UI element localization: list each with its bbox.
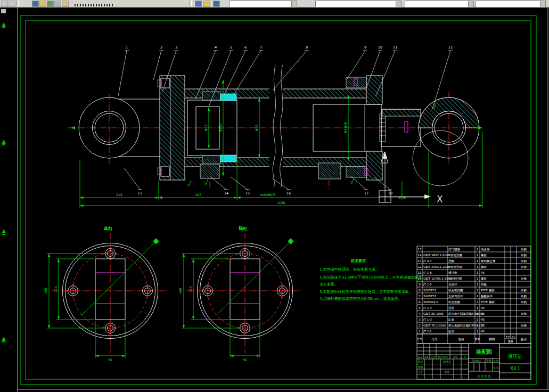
callout-number: 10 (378, 45, 382, 50)
chevron-down-icon[interactable] (291, 1, 297, 7)
callout-number: 7 (260, 45, 262, 50)
linetype-combo[interactable] (405, 1, 474, 7)
osnap-icon[interactable] (213, 1, 220, 7)
dim-text: 140 (44, 288, 47, 294)
tech-req-title: 技术要求 (350, 258, 366, 263)
flange-view-b (178, 233, 304, 362)
star-icon[interactable] (203, 1, 210, 7)
cylinder-assembly-view: Φ63 Φ110 Φ90 Φ45H8 (68, 45, 482, 208)
dim-text: Φ45H8/f7 (260, 193, 276, 197)
svg-text:年、月、日: 年、月、日 (460, 356, 470, 358)
callout-number: 9 (364, 45, 366, 50)
bom-cell: PTFE 橡胶 (481, 300, 495, 304)
bom-cell: 6 (419, 300, 421, 304)
dim-text: Φ63 (204, 125, 208, 132)
bom-cell: 1 (477, 330, 479, 333)
svg-text:签名: 签名 (454, 356, 458, 358)
bom-cell: 7 (419, 295, 421, 298)
svg-text:工艺: 工艺 (418, 370, 423, 373)
bom-cell: 四氟 (481, 283, 487, 287)
bom-cell: 活塞 (448, 306, 455, 310)
bom-cell: GB/T 3452.1-2005 (423, 265, 450, 268)
dim-text: 1030 (277, 201, 285, 205)
bom-cell: JT 1-1 (423, 330, 432, 333)
chevron-down-icon[interactable] (468, 1, 473, 7)
toolbar-separator (190, 1, 192, 6)
svg-text:分区: 分区 (431, 356, 435, 358)
bom-cell: 1 (477, 306, 479, 309)
bom-cell: 2005D4-2 (423, 300, 438, 304)
bom-cell: 支承导向环 (448, 295, 463, 298)
weld-leader (81, 241, 156, 316)
bom-header-code: 代号 (431, 337, 438, 341)
lineweight-combo[interactable] (476, 1, 546, 7)
bom-cell: JT 1-3 (423, 318, 432, 322)
doc-icon[interactable] (9, 1, 15, 7)
app-icon[interactable] (1, 1, 8, 7)
tech-req-line: 3.装配密封件时不许划伤密封唇口，且不得有卡阻现象。 (319, 290, 413, 294)
dim-text: Φ45H8 (343, 122, 347, 133)
annotate-icon[interactable] (32, 1, 39, 7)
bom-cell: 45 (481, 271, 485, 274)
bom-cell: 9 (419, 283, 421, 286)
callout-number: 2 (160, 45, 162, 50)
callout-number: 1 (126, 45, 128, 50)
block-icon[interactable] (54, 1, 61, 7)
callout-number: 15 (245, 191, 250, 195)
callout-number: 5 (230, 45, 232, 50)
svg-text:审核: 审核 (418, 365, 423, 369)
callout-number: 8 (306, 45, 308, 50)
tech-req-line: 永久变形。 (319, 282, 338, 287)
svg-text:阶段标记: 阶段标记 (472, 359, 482, 363)
bom-header-unit: 单件 (506, 336, 510, 338)
bom-cell: 1 (477, 248, 479, 251)
bom-header-total: 总计 (511, 336, 516, 338)
bom-cell: 1 (477, 271, 479, 274)
bom-cell: 15 (418, 248, 422, 251)
bom-cell: 2 (477, 295, 479, 298)
bom-cell: 14 (418, 254, 422, 257)
layer-icon[interactable] (39, 1, 46, 7)
wear-ring (220, 94, 236, 101)
bom-cell: 2 (477, 300, 479, 304)
bom-cell: 外购 (521, 277, 527, 281)
bom-cell: 外购 (521, 295, 527, 298)
bom-cell: GB/T 3452.1-2005 (423, 254, 450, 257)
bom-cell: 45 (481, 318, 485, 321)
bom-rows: 15排气螺塞1组合件外购14GB/T 3452.1-2005O形密封圈1橡胶外购… (417, 246, 531, 334)
bom-cell: 外购 (521, 254, 527, 257)
diamond-icon[interactable] (195, 1, 202, 7)
chevron-down-icon[interactable] (396, 1, 401, 7)
bom-cell: 缸盖 (448, 318, 455, 322)
bom-cell: 2 (419, 324, 421, 327)
callout-number: 16 (286, 191, 291, 195)
callout-number: 6 (244, 45, 247, 50)
bom-table: 15排气螺塞1组合件外购14GB/T 3452.1-2005O形密封圈1橡胶外购… (417, 246, 531, 344)
bom-cell: 3 (419, 318, 421, 321)
bom-cell: 内六角平端紧定螺钉M6×8 (448, 312, 484, 316)
bom-cell: 酚醛夹布 (481, 295, 493, 298)
tech-req-line: 4.活塞杆表面镀铬层厚约为0.05mm，镀后抛光。 (319, 297, 402, 301)
cad-canvas: Φ63 Φ110 Φ90 Φ45H8 (0, 0, 549, 392)
style-icon[interactable] (47, 1, 54, 7)
paperspace-border (0, 7, 549, 392)
bom-cell: GB/T 70.1-2000 (423, 324, 447, 327)
bom-cell: JT 1-5 (423, 283, 432, 287)
bom-cell: JT 1-4 (423, 306, 432, 310)
bom-cell: 2005T57 (423, 295, 437, 298)
bom-cell: 排气螺塞 (448, 248, 461, 251)
scale-value: 1:1 (494, 366, 499, 370)
bom-cell: 8 (477, 324, 479, 327)
color-combo[interactable] (315, 1, 401, 7)
props-icon[interactable] (62, 1, 69, 7)
bom-cell: 组合件 (481, 248, 490, 251)
bom-cell: 2 (477, 283, 479, 286)
chevron-down-icon[interactable] (540, 1, 545, 7)
dim-text: 216 (116, 193, 122, 197)
layer-combo[interactable] (229, 1, 297, 7)
bom-cell: 13 (418, 259, 422, 263)
ucs-icon: X (379, 151, 443, 205)
technical-requirements: 技术要求 1.零件须严格清洗，去除毛刺飞边。 2.在试验压力31.5MPa下保持… (319, 258, 422, 301)
pin-seal (405, 121, 408, 132)
bom-cell: 聚四氟乙烯 (481, 259, 496, 263)
